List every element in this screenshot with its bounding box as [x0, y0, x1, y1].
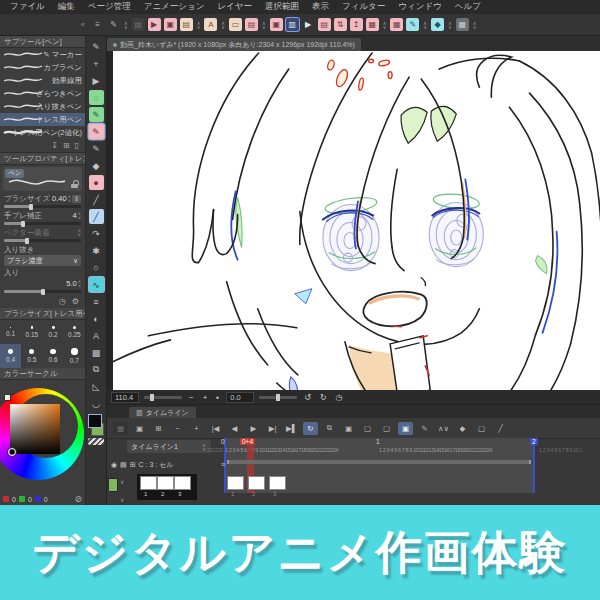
rotation-value[interactable]: 0.0 [226, 392, 254, 403]
duplicate-icon[interactable]: ⊞ [63, 141, 70, 150]
value-stepper[interactable]: ∧∨ [77, 229, 81, 236]
brush-size-0.25[interactable]: 0.25 [64, 320, 85, 344]
menu-item-3[interactable]: アニメーション [144, 1, 205, 13]
saturation-square[interactable] [10, 404, 60, 454]
zoom-out-button[interactable]: − [187, 393, 196, 402]
chevron-updown-icon[interactable]: ∧∨ [123, 21, 129, 29]
timeline-tool-0[interactable]: ▦ [113, 422, 128, 435]
cel-duration-bar[interactable] [227, 460, 531, 464]
tool-1[interactable]: + [89, 56, 104, 71]
color-swatches[interactable] [88, 414, 104, 436]
brush-size-0.2[interactable]: 0.2 [43, 320, 64, 344]
value-stepper[interactable]: 0.40∧∨↧ [52, 194, 81, 203]
timeline-tool-18[interactable]: ◆ [455, 422, 470, 435]
tool-21[interactable]: ◡ [89, 396, 104, 411]
cel-thumb-3[interactable] [269, 476, 286, 490]
timeline-tool-12[interactable]: ▣ [341, 422, 356, 435]
subtool-item-1[interactable]: カブラペン [0, 61, 85, 74]
toolbar-icon-3[interactable]: ▤ [132, 18, 145, 31]
timeline-tool-2[interactable]: ⊞ [151, 422, 166, 435]
add-icon[interactable]: ⊞ [130, 461, 136, 469]
brush-size-0.7[interactable]: 0.7 [64, 344, 85, 368]
tool-14[interactable]: ∿ [89, 277, 104, 292]
trash-icon[interactable]: ▯ [75, 141, 79, 150]
drawing-canvas[interactable] [107, 51, 600, 390]
toolbar-icon-14[interactable]: ▥ [286, 18, 299, 31]
menu-item-1[interactable]: 編集 [58, 1, 75, 13]
timeline-tab[interactable]: ▥ タイムライン [129, 407, 196, 418]
brush-size-0.6[interactable]: 0.6 [43, 344, 64, 368]
tool-20[interactable]: ◺ [89, 379, 104, 394]
chevron-updown-icon[interactable]: ∧∨ [196, 21, 202, 29]
timeline-tool-10[interactable]: ↻ [303, 422, 318, 435]
cel-thumb-2[interactable] [248, 476, 265, 490]
layer-menu-icon[interactable]: ≡ [221, 461, 225, 468]
menu-item-5[interactable]: 選択範囲 [265, 1, 299, 13]
timeline-tool-1[interactable]: ▣ [132, 422, 147, 435]
import-icon[interactable]: ↧ [51, 141, 58, 150]
slider[interactable] [4, 205, 81, 208]
tool-2[interactable]: ▶ [89, 73, 104, 88]
timeline-tool-9[interactable]: ▶▌ [284, 422, 299, 435]
toolbar-icon-18[interactable]: ↥ [350, 18, 363, 31]
menu-item-7[interactable]: フィルター [342, 1, 385, 13]
tool-13[interactable]: ○ [89, 260, 104, 275]
timeline-layer-row[interactable]: ◉ ▤ ⊞ C : 3 : セル ≡ [107, 457, 229, 472]
tool-3[interactable]: ◌ [89, 90, 104, 105]
register-size-button[interactable]: ↧ [72, 195, 81, 203]
brush-size-0.4[interactable]: 0.4 [0, 344, 21, 368]
slider[interactable] [4, 222, 81, 225]
zoom-in-button[interactable]: + [201, 393, 210, 402]
timeline-tool-3[interactable]: − [170, 422, 185, 435]
chevron-updown-icon[interactable]: ∧∨ [447, 21, 453, 29]
color-wheel[interactable]: 000⊘ [0, 380, 85, 505]
layer-visibility-icon[interactable]: ◉ [111, 461, 117, 469]
chevron-updown-icon[interactable]: ∧∨ [220, 21, 226, 29]
zoom-value[interactable]: 110.4 [111, 392, 139, 403]
toolbar-icon-4[interactable]: ▶ [148, 18, 161, 31]
timeline-tool-13[interactable]: ▢ [360, 422, 375, 435]
toolbar-icon-8[interactable]: A [204, 18, 217, 31]
menu-item-4[interactable]: レイヤー [217, 1, 252, 13]
cel-thumb-3[interactable] [174, 476, 191, 490]
menu-item-6[interactable]: 表示 [312, 1, 329, 13]
tool-11[interactable]: ↷ [89, 226, 104, 241]
timeline-tool-8[interactable]: ▶| [265, 422, 280, 435]
timeline-tool-16[interactable]: ✎ [417, 422, 432, 435]
chevron-updown-icon[interactable]: ∧∨ [382, 21, 388, 29]
menu-item-2[interactable]: ページ管理 [88, 1, 131, 13]
subtool-item-3[interactable]: ざらつきペン [0, 87, 85, 100]
tool-12[interactable]: ✱ [89, 243, 104, 258]
toolbar-icon-24[interactable]: ◆ [431, 18, 444, 31]
tool-16[interactable]: ◐ [89, 311, 104, 326]
timeline-tool-11[interactable]: ⧉ [322, 422, 337, 435]
toolbar-icon-6[interactable]: ▤ [180, 18, 193, 31]
tool-17[interactable]: A [89, 328, 104, 343]
toolbar-icon-21[interactable]: ▦ [390, 18, 403, 31]
toolbar-icon-17[interactable]: ⇅ [334, 18, 347, 31]
tool-19[interactable]: ⧉ [89, 362, 104, 377]
menu-item-8[interactable]: ウィンドウ [398, 1, 442, 13]
slider[interactable] [4, 239, 81, 242]
toolbar-icon-13[interactable]: ▣ [270, 18, 283, 31]
timeline-tool-5[interactable]: |◀ [208, 422, 223, 435]
timeline-tool-19[interactable]: ▢ [474, 422, 489, 435]
brush-size-0.5[interactable]: 0.5 [21, 344, 42, 368]
timeline-tool-14[interactable]: ▢ [379, 422, 394, 435]
panel-collapse-button[interactable]: « [0, 20, 91, 29]
toolbar-icon-0[interactable]: ≡ [91, 18, 104, 31]
chevron-updown-icon[interactable]: ∧∨ [261, 21, 267, 29]
settings-icon[interactable]: ⚙ [72, 297, 79, 306]
rotation-slider[interactable] [259, 396, 297, 399]
cel-thumb-1[interactable] [140, 476, 157, 490]
tool-6[interactable]: ✎ [89, 141, 104, 156]
dropdown-3[interactable]: ブラシ濃度∨ [4, 255, 81, 266]
toolbar-icon-5[interactable]: ▣ [164, 18, 177, 31]
tool-8[interactable]: ● [89, 175, 104, 190]
toolbar-icon-1[interactable]: ✎ [107, 18, 120, 31]
chevron-updown-icon[interactable]: ∧∨ [422, 21, 428, 29]
menu-item-9[interactable]: ヘルプ [455, 1, 481, 13]
tool-7[interactable]: ◆ [89, 158, 104, 173]
timeline-tool-17[interactable]: ∧∨ [436, 422, 451, 435]
toolbar-icon-26[interactable]: ▦ [456, 18, 469, 31]
